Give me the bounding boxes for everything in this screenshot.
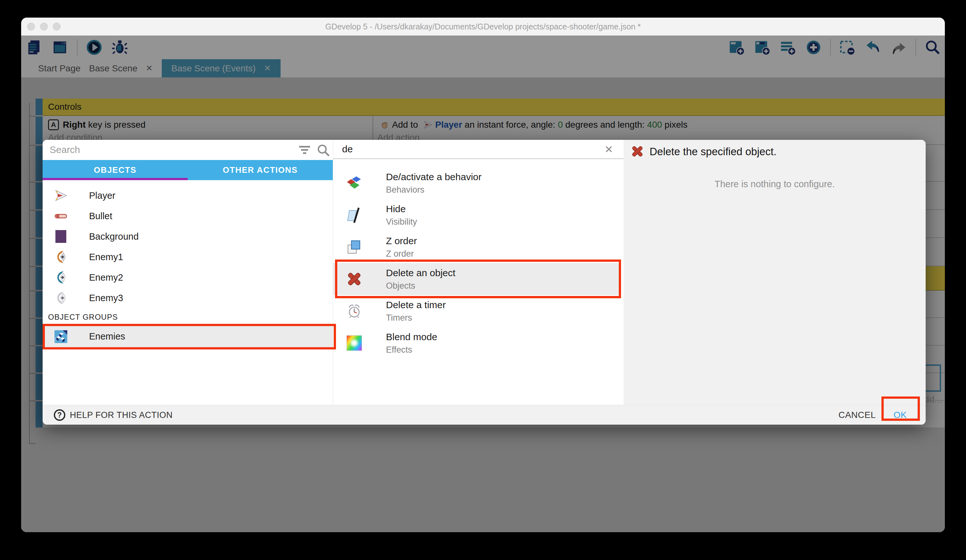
object-list: Player Bullet Background Enemy1 Enemy2 E… bbox=[43, 185, 333, 308]
tab-objects[interactable]: OBJECTS bbox=[43, 160, 188, 180]
action-list-item[interactable]: Blend mode Effects bbox=[333, 327, 619, 359]
object-list-item[interactable]: Player bbox=[43, 185, 333, 206]
object-groups-header: OBJECT GROUPS bbox=[48, 313, 118, 322]
clear-search-icon[interactable]: ✕ bbox=[604, 144, 614, 155]
action-item-title: De/activate a behavior bbox=[386, 172, 482, 182]
action-item-title: Delete a timer bbox=[386, 300, 446, 310]
enemy3-object-icon bbox=[54, 291, 68, 305]
object-search-input[interactable] bbox=[43, 140, 255, 160]
action-item-title: Z order bbox=[386, 236, 417, 246]
action-item-group: Behaviors bbox=[386, 185, 424, 195]
object-name: Enemy1 bbox=[89, 252, 123, 262]
action-item-group: Effects bbox=[386, 345, 412, 355]
window-title: GDevelop 5 - /Users/dkarakay/Documents/G… bbox=[21, 18, 945, 36]
object-name: Enemy3 bbox=[89, 293, 123, 303]
object-name: Player bbox=[89, 190, 115, 201]
object-list-item[interactable]: Enemy2 bbox=[43, 267, 333, 288]
annotation-highlight-enemies-group bbox=[43, 324, 336, 349]
enemy2-object-icon bbox=[54, 270, 68, 285]
titlebar: GDevelop 5 - /Users/dkarakay/Documents/G… bbox=[21, 18, 945, 36]
search-icon[interactable] bbox=[317, 144, 330, 157]
action-list-item[interactable]: Hide Visibility bbox=[333, 199, 619, 231]
cancel-button[interactable]: CANCEL bbox=[829, 405, 885, 425]
dialog-footer: ? HELP FOR THIS ACTION CANCEL OK bbox=[43, 405, 926, 425]
action-config-panel: Delete the specified object. There is no… bbox=[624, 140, 926, 405]
object-name: Bullet bbox=[89, 211, 112, 221]
screenshot-canvas: GDevelop 5 - /Users/dkarakay/Documents/G… bbox=[0, 0, 966, 560]
timer-icon bbox=[347, 303, 362, 319]
action-list-item[interactable]: De/activate a behavior Behaviors bbox=[333, 167, 619, 199]
z-order-icon bbox=[347, 239, 362, 255]
help-icon: ? bbox=[54, 409, 65, 421]
visibility-icon bbox=[347, 207, 362, 223]
player-object-icon bbox=[54, 188, 68, 203]
nothing-to-configure-text: There is nothing to configure. bbox=[624, 179, 926, 190]
object-list-item[interactable]: Bullet bbox=[43, 206, 333, 226]
help-link[interactable]: ? HELP FOR THIS ACTION bbox=[54, 405, 172, 425]
object-search-row bbox=[43, 140, 333, 160]
object-name: Enemy2 bbox=[89, 272, 123, 283]
selector-tabbar: OBJECTS OTHER ACTIONS bbox=[43, 160, 333, 180]
object-selector-panel: OBJECTS OTHER ACTIONS Player Bullet Back… bbox=[43, 140, 333, 405]
action-item-group: Z order bbox=[386, 249, 414, 259]
action-item-group: Timers bbox=[386, 313, 412, 323]
annotation-highlight-ok-button bbox=[881, 396, 920, 421]
bullet-object-icon bbox=[54, 209, 68, 223]
action-title: Delete the specified object. bbox=[649, 146, 776, 158]
tab-other-actions[interactable]: OTHER ACTIONS bbox=[188, 160, 333, 180]
object-list-item[interactable]: Enemy1 bbox=[43, 247, 333, 267]
blend-icon bbox=[347, 336, 362, 351]
background-object-icon bbox=[54, 229, 68, 244]
object-list-item[interactable]: Enemy3 bbox=[43, 288, 333, 308]
action-search-input[interactable] bbox=[333, 140, 593, 159]
annotation-highlight-delete-an-object bbox=[335, 260, 621, 298]
active-tab-indicator bbox=[43, 178, 188, 180]
enemy1-object-icon bbox=[54, 250, 68, 264]
action-search-row: ✕ bbox=[333, 140, 624, 159]
object-list-item[interactable]: Background bbox=[43, 226, 333, 247]
action-list-item[interactable]: Delete a timer Timers bbox=[333, 295, 619, 327]
filter-icon[interactable] bbox=[299, 145, 310, 155]
action-item-group: Visibility bbox=[386, 217, 417, 227]
app-window: GDevelop 5 - /Users/dkarakay/Documents/G… bbox=[21, 18, 945, 532]
object-name: Background bbox=[89, 231, 139, 242]
delete-x-icon bbox=[631, 145, 644, 158]
action-item-title: Hide bbox=[386, 203, 406, 215]
action-item-title: Blend mode bbox=[386, 332, 437, 342]
behaviors-icon bbox=[347, 175, 362, 191]
action-list-item[interactable]: Z order Z order bbox=[333, 231, 619, 263]
